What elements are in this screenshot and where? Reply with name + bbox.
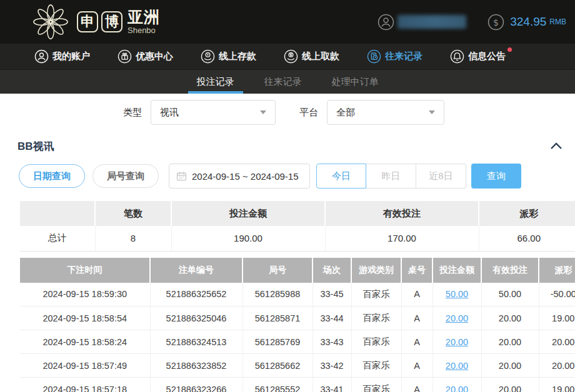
- bet-col-header: 下注时间: [20, 258, 150, 283]
- nav-item-promotions[interactable]: 优惠中心: [118, 49, 173, 64]
- filter-row: 类型 视讯 平台 全部: [123, 100, 575, 125]
- bet-amount-link[interactable]: 20.00: [446, 337, 468, 347]
- bet-cell: 20.00: [481, 378, 539, 392]
- bet-col-header: 派彩: [539, 258, 575, 283]
- bet-amount-cell: 20.00: [432, 354, 481, 378]
- platform-filter-label: 平台: [299, 107, 318, 119]
- bet-cell: 561285988: [242, 283, 312, 306]
- nav-item-withdraw[interactable]: 线上取款: [284, 49, 339, 64]
- calendar-icon: [176, 171, 187, 182]
- summary-cell: 66.00: [479, 226, 575, 251]
- top-header: 申 博 亚洲 Shenbo $ 324.95 RMB: [0, 0, 575, 44]
- dollar-icon: $: [488, 14, 504, 31]
- withdraw-icon: [284, 49, 298, 64]
- quick-date-group: 今日 昨日 近8日: [316, 164, 466, 189]
- tab-bet-records[interactable]: 投注记录: [188, 70, 243, 94]
- nav-item-deposit[interactable]: 线上存款: [201, 49, 256, 64]
- summary-table: 笔数投注金额有效投注派彩 总计8190.00170.0066.00: [20, 201, 575, 252]
- bet-cell: 561285552: [242, 378, 312, 392]
- bet-cell: A: [401, 354, 432, 378]
- bet-amount-link[interactable]: 20.00: [446, 361, 468, 371]
- type-select-value: 视讯: [160, 107, 179, 119]
- bet-amount-cell: 20.00: [432, 306, 481, 330]
- chevron-down-icon: [429, 110, 435, 114]
- date-range-input[interactable]: 2024-09-15 ~ 2024-09-15: [169, 164, 310, 189]
- bet-amount-link[interactable]: 20.00: [446, 385, 468, 392]
- bet-cell: A: [401, 378, 432, 392]
- bet-cell: 2024-09-15 18:59:30: [20, 283, 150, 306]
- nav-item-my-account[interactable]: 我的账户: [34, 49, 90, 64]
- bet-cell: 2024-09-15 18:58:54: [20, 306, 150, 330]
- summary-header-row: 笔数投注金额有效投注派彩: [20, 201, 575, 226]
- bet-amount-cell: 50.00: [432, 283, 481, 306]
- today-button[interactable]: 今日: [316, 164, 366, 189]
- logo-char-box: 博: [101, 11, 122, 32]
- yesterday-button[interactable]: 昨日: [366, 164, 416, 189]
- tab-transaction-records[interactable]: 往来记录: [256, 70, 311, 94]
- bet-cell: 19.00: [539, 378, 575, 392]
- summary-col-header: 有效投注: [325, 201, 479, 226]
- person-icon: [34, 49, 49, 64]
- tab-pending-orders[interactable]: 处理中订单: [323, 70, 388, 94]
- bet-cell: 33-45: [312, 283, 351, 306]
- nav-label: 优惠中心: [136, 51, 173, 62]
- bet-cell: 561285769: [242, 330, 312, 354]
- collapse-button[interactable]: [550, 142, 562, 150]
- redacted-username: [398, 15, 466, 29]
- bet-cell: 561285662: [242, 354, 312, 378]
- notification-dot: [508, 47, 512, 52]
- bet-col-header: 游戏类别: [351, 258, 401, 283]
- bet-cell: 521886324513: [150, 330, 242, 354]
- bet-cell: 百家乐: [351, 306, 401, 330]
- bet-cell: 561285871: [242, 306, 312, 330]
- bell-icon: [450, 49, 464, 64]
- page: 申 博 亚洲 Shenbo $ 324.95 RMB: [0, 0, 575, 392]
- bet-cell: 521886325652: [150, 283, 242, 306]
- bet-col-header: 注单编号: [150, 258, 242, 283]
- bet-cell: 百家乐: [351, 354, 401, 378]
- last8days-button[interactable]: 近8日: [416, 164, 466, 189]
- summary-col-header: [20, 201, 95, 226]
- bet-amount-link[interactable]: 20.00: [446, 313, 468, 323]
- summary-col-header: 投注金额: [171, 201, 325, 226]
- bet-amount-link[interactable]: 50.00: [446, 289, 468, 299]
- bet-cell: 521886325046: [150, 306, 242, 330]
- platform-select[interactable]: 全部: [327, 100, 444, 125]
- bet-cell: -50.00: [539, 283, 575, 306]
- bet-cell: 521886323852: [150, 354, 242, 378]
- logo: 申 博 亚洲 Shenbo: [31, 2, 160, 41]
- chevron-up-icon: [550, 142, 562, 150]
- nav-item-records[interactable]: 往来记录: [367, 49, 422, 64]
- nav-bar: 我的账户 优惠中心 线上存款: [0, 44, 575, 69]
- search-button[interactable]: 查询: [471, 164, 521, 189]
- logo-region-text: 亚洲: [128, 9, 160, 25]
- table-row: 2024-09-15 18:58:24521886324513561285769…: [20, 330, 575, 354]
- bet-cell: 20.00: [481, 354, 539, 378]
- bet-cell: A: [401, 283, 432, 306]
- date-query-button[interactable]: 日期查询: [19, 164, 85, 188]
- bet-col-header: 投注金额: [432, 258, 481, 283]
- platform-select-value: 全部: [336, 107, 355, 119]
- summary-cell: 170.00: [325, 226, 479, 251]
- bet-cell: 20.00: [481, 330, 539, 354]
- balance-amount: 324.95: [510, 15, 546, 29]
- bet-cell: 33-42: [312, 354, 351, 378]
- type-select[interactable]: 视讯: [151, 100, 276, 125]
- bet-col-header: 场次: [312, 258, 351, 283]
- nav-label: 往来记录: [385, 51, 422, 62]
- bet-cell: 20.00: [539, 330, 575, 354]
- bet-cell: 2024-09-15 18:57:18: [20, 378, 150, 392]
- summary-total-row: 总计8190.00170.0066.00: [20, 226, 575, 251]
- logo-region: 亚洲 Shenbo: [128, 9, 160, 34]
- bet-cell: 2024-09-15 18:57:49: [20, 354, 150, 378]
- bet-cell: 20.00: [539, 354, 575, 378]
- nav-label: 我的账户: [52, 51, 90, 62]
- bet-col-header: 有效投注: [481, 258, 539, 283]
- section-head: BB视讯: [18, 140, 562, 152]
- nav-item-announcements[interactable]: 信息公告: [450, 49, 506, 64]
- round-query-button[interactable]: 局号查询: [92, 164, 159, 188]
- chevron-down-icon: [260, 110, 266, 114]
- user-icon[interactable]: [378, 14, 394, 31]
- flower-logo-icon: [31, 2, 70, 41]
- summary-cell: 总计: [20, 226, 95, 251]
